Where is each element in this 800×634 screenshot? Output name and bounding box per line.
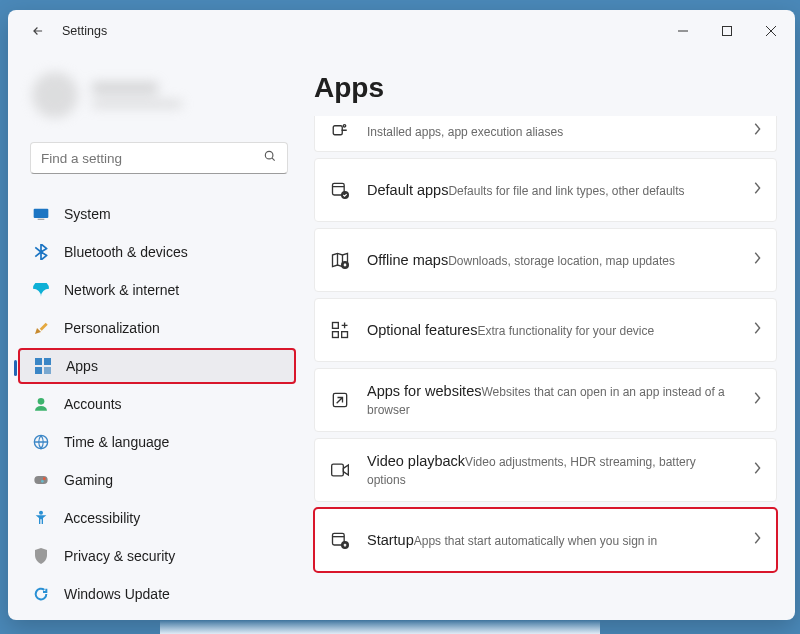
settings-window: Settings — [8, 10, 795, 620]
maximize-button[interactable] — [705, 18, 749, 44]
card-advanced[interactable]: Installed apps, app execution aliases — [314, 116, 777, 152]
card-subtitle: Defaults for file and link types, other … — [448, 184, 684, 198]
startup-icon — [329, 530, 351, 550]
card-offline-maps[interactable]: Offline mapsDownloads, storage location,… — [314, 228, 777, 292]
sidebar-item-label: System — [64, 206, 111, 222]
chevron-right-icon — [752, 181, 762, 199]
svg-rect-14 — [333, 125, 342, 134]
minimize-icon — [678, 26, 688, 36]
sidebar-item-network[interactable]: Network & internet — [18, 272, 296, 308]
svg-rect-6 — [35, 367, 42, 374]
apps-websites-icon — [329, 390, 351, 410]
svg-rect-4 — [35, 358, 42, 365]
svg-rect-3 — [38, 219, 45, 220]
sidebar-item-label: Apps — [66, 358, 98, 374]
close-button[interactable] — [749, 18, 793, 44]
apps-icon — [34, 358, 52, 374]
chevron-right-icon — [752, 531, 762, 549]
card-apps-for-websites[interactable]: Apps for websitesWebsites that can open … — [314, 368, 777, 432]
account-text — [92, 82, 182, 108]
card-title: Optional features — [367, 322, 477, 338]
card-title: Video playback — [367, 453, 465, 469]
sidebar-item-apps[interactable]: Apps — [18, 348, 296, 384]
svg-point-12 — [41, 480, 44, 483]
minimize-button[interactable] — [661, 18, 705, 44]
svg-point-1 — [265, 151, 273, 159]
card-title: Default apps — [367, 182, 448, 198]
chevron-right-icon — [752, 122, 762, 140]
sidebar-item-privacy[interactable]: Privacy & security — [18, 538, 296, 574]
card-default-apps[interactable]: Default appsDefaults for file and link t… — [314, 158, 777, 222]
accounts-icon — [32, 396, 50, 412]
sidebar-item-label: Privacy & security — [64, 548, 175, 564]
svg-rect-20 — [333, 332, 339, 338]
time-language-icon — [32, 434, 50, 450]
svg-rect-10 — [34, 476, 47, 484]
account-block[interactable] — [8, 66, 306, 132]
gaming-icon — [32, 473, 50, 487]
card-subtitle: Apps that start automatically when you s… — [414, 534, 657, 548]
card-optional-features[interactable]: Optional featuresExtra functionality for… — [314, 298, 777, 362]
sidebar-item-system[interactable]: System — [18, 196, 296, 232]
search-icon — [263, 149, 277, 167]
sidebar-item-gaming[interactable]: Gaming — [18, 462, 296, 498]
card-title: Startup — [367, 532, 414, 548]
chevron-right-icon — [752, 251, 762, 269]
avatar — [32, 72, 78, 118]
svg-rect-23 — [332, 464, 344, 476]
card-subtitle: Downloads, storage location, map updates — [448, 254, 675, 268]
search-input[interactable] — [41, 151, 263, 166]
sidebar-item-label: Network & internet — [64, 282, 179, 298]
svg-rect-2 — [34, 209, 49, 218]
bluetooth-icon — [32, 244, 50, 260]
sidebar-item-label: Bluetooth & devices — [64, 244, 188, 260]
sidebar-item-label: Windows Update — [64, 586, 170, 602]
sidebar-item-label: Time & language — [64, 434, 169, 450]
sidebar-item-label: Accessibility — [64, 510, 140, 526]
chevron-right-icon — [752, 391, 762, 409]
svg-rect-0 — [723, 27, 732, 36]
personalization-icon — [32, 320, 50, 336]
offline-maps-icon — [329, 250, 351, 270]
card-startup[interactable]: StartupApps that start automatically whe… — [314, 508, 777, 572]
back-button[interactable] — [24, 24, 52, 38]
sidebar-item-personalization[interactable]: Personalization — [18, 310, 296, 346]
sidebar-item-accounts[interactable]: Accounts — [18, 386, 296, 422]
arrow-left-icon — [31, 24, 45, 38]
titlebar: Settings — [8, 10, 795, 52]
card-title: Apps for websites — [367, 383, 481, 399]
svg-rect-5 — [44, 358, 51, 365]
svg-rect-7 — [44, 367, 51, 374]
svg-point-13 — [39, 511, 43, 515]
sidebar-item-time-language[interactable]: Time & language — [18, 424, 296, 460]
close-icon — [766, 26, 776, 36]
search-box[interactable] — [30, 142, 288, 174]
svg-point-8 — [38, 398, 45, 405]
sidebar-item-label: Personalization — [64, 320, 160, 336]
windows-update-icon — [32, 586, 50, 602]
window-title: Settings — [62, 24, 107, 38]
accessibility-icon — [32, 510, 50, 526]
taskbar-edge — [160, 620, 600, 634]
sidebar-item-accessibility[interactable]: Accessibility — [18, 500, 296, 536]
svg-point-17 — [342, 192, 349, 199]
card-title: Offline maps — [367, 252, 448, 268]
svg-point-15 — [343, 124, 345, 126]
settings-cards: Installed apps, app execution aliases De… — [314, 116, 777, 572]
svg-point-11 — [43, 477, 46, 480]
chevron-right-icon — [752, 461, 762, 479]
network-icon — [32, 283, 50, 297]
chevron-right-icon — [752, 321, 762, 339]
sidebar-item-label: Gaming — [64, 472, 113, 488]
sidebar-item-windows-update[interactable]: Windows Update — [18, 576, 296, 612]
window-controls — [661, 18, 793, 44]
advanced-icon — [329, 122, 351, 140]
sidebar-item-bluetooth[interactable]: Bluetooth & devices — [18, 234, 296, 270]
svg-rect-21 — [342, 332, 348, 338]
system-icon — [32, 207, 50, 221]
card-video-playback[interactable]: Video playbackVideo adjustments, HDR str… — [314, 438, 777, 502]
sidebar: System Bluetooth & devices Network & int… — [8, 52, 306, 620]
page-title: Apps — [314, 72, 777, 104]
video-playback-icon — [329, 461, 351, 479]
card-subtitle: Installed apps, app execution aliases — [367, 125, 563, 139]
